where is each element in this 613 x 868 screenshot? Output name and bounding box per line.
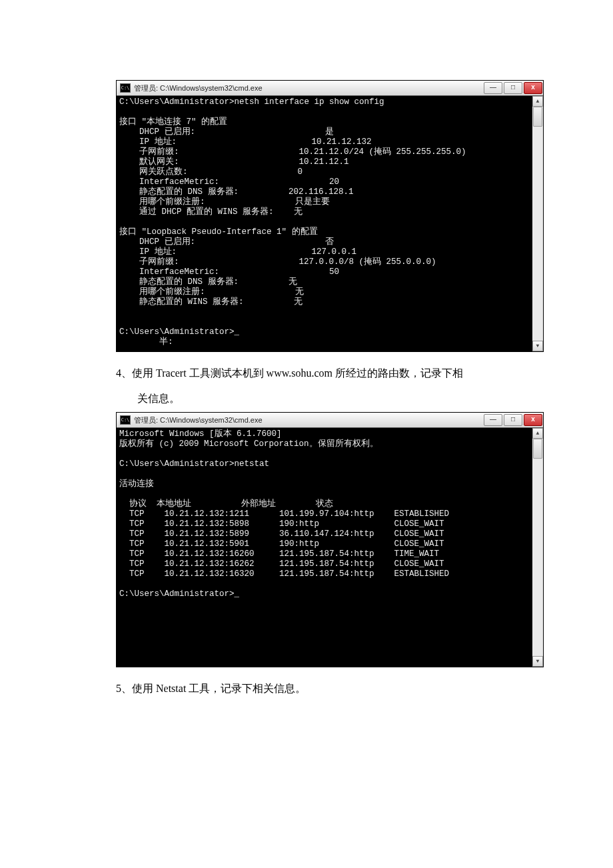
minimize-button[interactable]: — bbox=[484, 82, 502, 94]
scrollbar[interactable]: ▲ ▼ bbox=[532, 428, 543, 667]
close-button[interactable]: x bbox=[524, 82, 542, 94]
maximize-button[interactable]: □ bbox=[504, 82, 522, 94]
terminal-output: Microsoft Windows [版本 6.1.7600] 版权所有 (c)… bbox=[117, 428, 543, 667]
window-controls: — □ x bbox=[484, 82, 543, 94]
scroll-down-icon[interactable]: ▼ bbox=[532, 656, 543, 667]
scroll-up-icon[interactable]: ▲ bbox=[532, 428, 543, 439]
window-controls: — □ x bbox=[484, 414, 543, 426]
terminal-text: Microsoft Windows [版本 6.1.7600] 版权所有 (c)… bbox=[119, 429, 449, 599]
window-title: 管理员: C:\Windows\system32\cmd.exe bbox=[134, 415, 484, 425]
close-button[interactable]: x bbox=[524, 414, 542, 426]
scroll-thumb[interactable] bbox=[533, 439, 542, 459]
instruction-4-line2: 关信息。 bbox=[116, 389, 497, 408]
scroll-thumb[interactable] bbox=[533, 107, 542, 127]
minimize-button[interactable]: — bbox=[484, 414, 502, 426]
cmd-window-netstat: C:\ 管理员: C:\Windows\system32\cmd.exe — □… bbox=[116, 412, 544, 667]
scroll-down-icon[interactable]: ▼ bbox=[532, 341, 543, 351]
titlebar: C:\ 管理员: C:\Windows\system32\cmd.exe — □… bbox=[117, 413, 543, 428]
terminal-text: C:\Users\Administrator>netsh interface i… bbox=[119, 97, 466, 347]
scroll-up-icon[interactable]: ▲ bbox=[532, 96, 543, 107]
window-title: 管理员: C:\Windows\system32\cmd.exe bbox=[134, 83, 484, 93]
instruction-4-line1: 4、使用 Tracert 工具测试本机到 www.sohu.com 所经过的路由… bbox=[116, 364, 497, 383]
scroll-track[interactable] bbox=[532, 107, 543, 341]
cmd-icon: C:\ bbox=[120, 415, 131, 425]
terminal-output: C:\Users\Administrator>netsh interface i… bbox=[117, 96, 543, 351]
cmd-icon: C:\ bbox=[120, 83, 131, 93]
maximize-button[interactable]: □ bbox=[504, 414, 522, 426]
instruction-5: 5、使用 Netstat 工具，记录下相关信息。 bbox=[116, 679, 497, 698]
scroll-track[interactable] bbox=[532, 439, 543, 656]
titlebar: C:\ 管理员: C:\Windows\system32\cmd.exe — □… bbox=[117, 81, 543, 96]
scrollbar[interactable]: ▲ ▼ bbox=[532, 96, 543, 351]
cmd-window-netsh: C:\ 管理员: C:\Windows\system32\cmd.exe — □… bbox=[116, 80, 544, 352]
